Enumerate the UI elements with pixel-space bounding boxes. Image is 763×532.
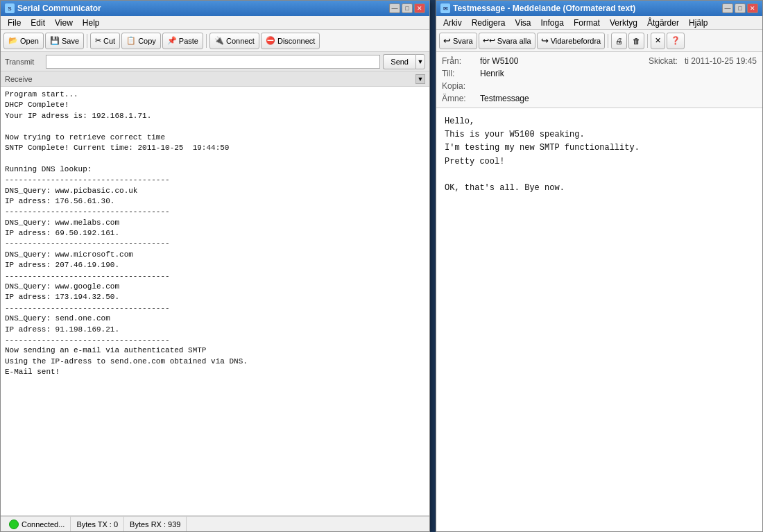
save-label: Save bbox=[62, 37, 79, 45]
email-title-bar: ✉ Testmessage - Meddelande (Oformaterad … bbox=[436, 1, 762, 16]
connect-icon bbox=[214, 36, 224, 45]
serial-title: Serial Communicator bbox=[17, 3, 101, 13]
subject-value: Testmessage bbox=[480, 94, 529, 103]
receive-content[interactable]: Program start... DHCP Complete! Your IP … bbox=[1, 87, 429, 516]
email-title-left: ✉ Testmessage - Meddelande (Oformaterad … bbox=[440, 3, 635, 13]
print-button[interactable] bbox=[611, 33, 627, 49]
email-menu-arkiv[interactable]: Arkiv bbox=[439, 17, 466, 29]
toolbar-separator-1 bbox=[87, 34, 87, 48]
status-bytes-rx: Bytes RX : 939 bbox=[124, 517, 187, 531]
serial-toolbar: Open Save Cut Copy Paste Connect Disconn… bbox=[1, 30, 429, 52]
serial-menu-file[interactable]: File bbox=[3, 17, 25, 29]
email-cc-row: Kopia: bbox=[442, 80, 757, 92]
serial-title-bar: S Serial Communicator — □ ✕ bbox=[1, 1, 429, 16]
email-menu-verktyg[interactable]: Verktyg bbox=[606, 17, 642, 29]
email-menu-format[interactable]: Format bbox=[569, 17, 604, 29]
email-header-section: Från: för W5100 Skickat: ti 2011-10-25 1… bbox=[436, 52, 762, 108]
svara-label: Svara bbox=[453, 37, 473, 45]
receive-header: Receive ▼ bbox=[1, 71, 429, 87]
serial-maximize-button[interactable]: □ bbox=[402, 3, 413, 13]
email-app-icon: ✉ bbox=[440, 3, 450, 13]
transmit-input[interactable] bbox=[46, 55, 380, 69]
vidarebefordra-label: Vidarebefordra bbox=[551, 37, 601, 45]
email-menu-atgarder[interactable]: Åtgärder bbox=[643, 17, 683, 29]
email-window: ✉ Testmessage - Meddelande (Oformaterad … bbox=[436, 0, 763, 532]
help-button[interactable] bbox=[667, 33, 685, 49]
send-btn-group: Send ▼ bbox=[383, 54, 425, 69]
email-menu-redigera[interactable]: Redigera bbox=[468, 17, 510, 29]
help-icon bbox=[671, 36, 680, 45]
email-title: Testmessage - Meddelande (Oformaterad te… bbox=[453, 3, 635, 13]
sent-value: ti 2011-10-25 19:45 bbox=[685, 56, 757, 66]
send-dropdown[interactable]: ▼ bbox=[415, 54, 425, 69]
subject-label: Ämne: bbox=[442, 94, 480, 103]
from-label: Från: bbox=[442, 56, 480, 66]
copy-label: Copy bbox=[138, 37, 156, 45]
open-icon bbox=[8, 36, 18, 45]
save-button[interactable]: Save bbox=[45, 33, 84, 49]
serial-menu-help[interactable]: Help bbox=[78, 17, 104, 29]
status-bar: Connected... Bytes TX : 0 Bytes RX : 939 bbox=[1, 516, 429, 531]
serial-minimize-button[interactable]: — bbox=[389, 3, 400, 13]
replyall-icon bbox=[483, 36, 495, 45]
cut-button[interactable]: Cut bbox=[90, 33, 120, 49]
disconnect-icon bbox=[266, 36, 275, 45]
disconnect-button[interactable]: Disconnect bbox=[261, 33, 320, 49]
cut-icon bbox=[95, 36, 101, 45]
email-from-row: Från: för W5100 Skickat: ti 2011-10-25 1… bbox=[442, 55, 757, 67]
reply-icon bbox=[443, 35, 451, 46]
close-email-button[interactable] bbox=[651, 33, 665, 49]
serial-app-icon: S bbox=[5, 3, 15, 13]
email-window-controls: — □ ✕ bbox=[722, 3, 758, 13]
serial-menu-bar: File Edit View Help bbox=[1, 16, 429, 30]
serial-close-button[interactable]: ✕ bbox=[414, 3, 425, 13]
from-value: för W5100 bbox=[480, 56, 518, 66]
email-menu-infoga[interactable]: Infoga bbox=[537, 17, 568, 29]
email-maximize-button[interactable]: □ bbox=[735, 3, 746, 13]
paste-icon bbox=[167, 36, 177, 45]
email-menu-visa[interactable]: Visa bbox=[511, 17, 535, 29]
paste-button[interactable]: Paste bbox=[162, 33, 203, 49]
svara-button[interactable]: Svara bbox=[439, 33, 477, 49]
open-label: Open bbox=[20, 37, 39, 45]
toolbar-separator-2 bbox=[206, 34, 207, 48]
sent-label: Skickat: ti 2011-10-25 19:45 bbox=[649, 56, 757, 66]
email-toolbar: Svara Svara alla Vidarebefordra bbox=[436, 30, 762, 52]
bytes-tx-text: Bytes TX : 0 bbox=[76, 520, 118, 529]
email-toolbar-separator-2 bbox=[647, 34, 648, 48]
email-close-button[interactable]: ✕ bbox=[747, 3, 758, 13]
svara-alla-label: Svara alla bbox=[497, 37, 531, 45]
to-value: Henrik bbox=[480, 69, 504, 78]
receive-dropdown-arrow[interactable]: ▼ bbox=[415, 74, 425, 84]
serial-menu-view[interactable]: View bbox=[51, 17, 77, 29]
send-button[interactable]: Send bbox=[383, 54, 415, 69]
cc-label: Kopia: bbox=[442, 81, 480, 91]
to-label: Till: bbox=[442, 69, 480, 78]
save-icon bbox=[50, 36, 60, 45]
close-email-icon bbox=[655, 36, 661, 45]
open-button[interactable]: Open bbox=[3, 33, 44, 49]
svara-alla-button[interactable]: Svara alla bbox=[479, 33, 535, 49]
status-connected-text: Connected... bbox=[22, 520, 65, 529]
serial-menu-edit[interactable]: Edit bbox=[26, 17, 49, 29]
paste-label: Paste bbox=[179, 37, 198, 45]
bytes-rx-text: Bytes RX : 939 bbox=[130, 520, 180, 529]
email-minimize-button[interactable]: — bbox=[722, 3, 733, 13]
status-connected: Connected... bbox=[3, 517, 71, 531]
vidarebefordra-button[interactable]: Vidarebefordra bbox=[537, 33, 606, 49]
connect-label: Connect bbox=[226, 37, 255, 45]
status-indicator bbox=[9, 520, 19, 529]
email-menu-hjalp[interactable]: Hjälp bbox=[685, 17, 712, 29]
copy-icon bbox=[126, 36, 136, 45]
connect-button[interactable]: Connect bbox=[209, 33, 259, 49]
status-bytes-tx: Bytes TX : 0 bbox=[71, 517, 124, 531]
email-to-row: Till: Henrik bbox=[442, 67, 757, 80]
disconnect-label: Disconnect bbox=[277, 37, 315, 45]
transmit-bar: Transmit Send ▼ bbox=[1, 52, 429, 71]
copy-button[interactable]: Copy bbox=[121, 33, 161, 49]
email-menu-bar: Arkiv Redigera Visa Infoga Format Verkty… bbox=[436, 16, 762, 30]
delete-button[interactable] bbox=[628, 33, 644, 49]
email-toolbar-separator-1 bbox=[608, 34, 608, 48]
sent-label-text: Skickat: bbox=[649, 56, 678, 66]
serial-window: S Serial Communicator — □ ✕ File Edit Vi… bbox=[0, 0, 430, 532]
